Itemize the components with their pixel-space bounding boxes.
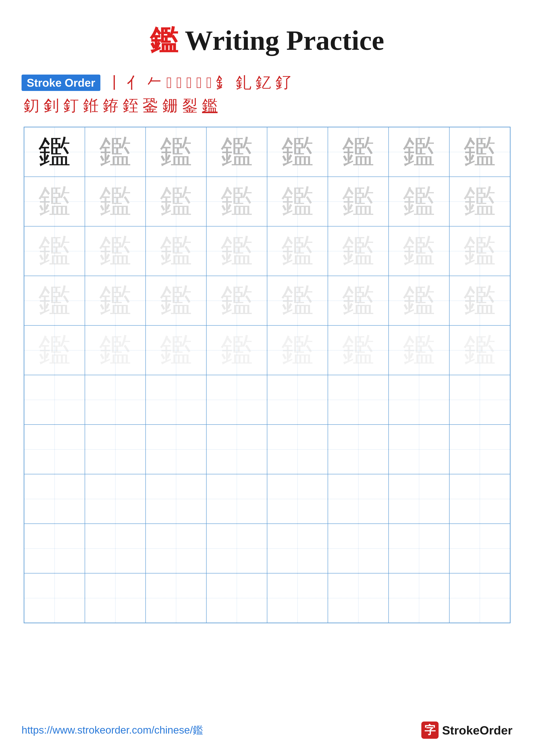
grid-cell[interactable]: 鑑 (206, 226, 267, 276)
grid-cell[interactable]: 鑑 (85, 325, 146, 375)
grid-cell[interactable]: 鑑 (24, 177, 85, 226)
grid-cell[interactable]: 鑑 (328, 226, 389, 276)
grid-cell[interactable]: 鑑 (146, 276, 206, 325)
grid-cell-empty[interactable] (146, 375, 206, 424)
grid-cell-empty[interactable] (24, 524, 85, 573)
grid-cell-empty[interactable] (389, 474, 449, 524)
grid-cell-empty[interactable] (146, 524, 206, 573)
grid-cell-empty[interactable] (146, 573, 206, 623)
grid-cell-empty[interactable] (389, 375, 449, 424)
grid-char-light: 鑑 (220, 328, 253, 372)
grid-cell-empty[interactable] (328, 474, 389, 524)
stroke-19: 銎 (142, 95, 158, 116)
grid-cell-empty[interactable] (24, 375, 85, 424)
grid-cell-empty[interactable] (24, 474, 85, 524)
grid-cell[interactable]: 鑑 (449, 226, 510, 276)
grid-cell[interactable]: 鑑 (328, 177, 389, 226)
grid-cell[interactable]: 鑑 (85, 226, 146, 276)
grid-char-light: 鑑 (464, 130, 496, 174)
grid-cell[interactable]: 鑑 (206, 325, 267, 375)
grid-cell-empty[interactable] (85, 573, 146, 623)
grid-cell-empty[interactable] (85, 375, 146, 424)
grid-cell-empty[interactable] (85, 474, 146, 524)
grid-cell[interactable]: 鑑 (389, 276, 449, 325)
grid-cell-empty[interactable] (206, 524, 267, 573)
grid-cell[interactable]: 鑑 (449, 276, 510, 325)
grid-cell-empty[interactable] (146, 474, 206, 524)
grid-cell-empty[interactable] (267, 424, 328, 474)
grid-char-light: 鑑 (281, 279, 314, 322)
grid-char-light: 鑑 (160, 180, 192, 223)
grid-cell-empty[interactable] (24, 573, 85, 623)
grid-cell-empty[interactable] (206, 375, 267, 424)
grid-cell[interactable]: 鑑 (206, 276, 267, 325)
grid-cell-empty[interactable] (389, 524, 449, 573)
grid-char-light: 鑑 (403, 180, 435, 223)
grid-cell[interactable]: 鑑 (146, 325, 206, 375)
writing-grid: 鑑 鑑 鑑 鑑 鑑 鑑 鑑 鑑 鑑 鑑 鑑 鑑 鑑 鑑 鑑 鑑 鑑 鑑 鑑 鑑 … (24, 127, 511, 623)
grid-cell[interactable]: 鑑 (449, 325, 510, 375)
grid-cell[interactable]: 鑑 (267, 276, 328, 325)
grid-cell-empty[interactable] (328, 573, 389, 623)
grid-cell-empty[interactable] (449, 474, 510, 524)
stroke-6: 𠄎 (186, 74, 192, 92)
grid-cell[interactable]: 鑑 (267, 226, 328, 276)
grid-cell-empty[interactable] (267, 573, 328, 623)
grid-cell[interactable]: 鑑 (267, 127, 328, 177)
stroke-16: 銋 (83, 95, 99, 116)
grid-cell-empty[interactable] (328, 375, 389, 424)
grid-cell-empty[interactable] (206, 424, 267, 474)
grid-cell-empty[interactable] (449, 375, 510, 424)
grid-cell-empty[interactable] (85, 524, 146, 573)
grid-cell-empty[interactable] (449, 424, 510, 474)
grid-cell[interactable]: 鑑 (85, 127, 146, 177)
grid-cell-empty[interactable] (267, 375, 328, 424)
grid-cell[interactable]: 鑑 (267, 177, 328, 226)
grid-cell[interactable]: 鑑 (146, 226, 206, 276)
grid-cell[interactable]: 鑑 (206, 127, 267, 177)
grid-cell[interactable]: 鑑 (389, 177, 449, 226)
grid-cell-empty[interactable] (267, 524, 328, 573)
grid-cell[interactable]: 鑑 (389, 226, 449, 276)
grid-cell-empty[interactable] (328, 524, 389, 573)
grid-cell[interactable]: 鑑 (206, 177, 267, 226)
grid-cell[interactable]: 鑑 (328, 325, 389, 375)
grid-cell-empty[interactable] (206, 573, 267, 623)
grid-cell[interactable]: 鑑 (24, 325, 85, 375)
grid-cell[interactable]: 鑑 (328, 276, 389, 325)
grid-cell[interactable]: 鑑 (449, 127, 510, 177)
grid-char-light: 鑑 (464, 328, 496, 372)
grid-cell-empty[interactable] (449, 573, 510, 623)
grid-cell[interactable]: 鑑 (85, 177, 146, 226)
grid-char-light: 鑑 (99, 279, 131, 322)
grid-cell-empty[interactable] (146, 424, 206, 474)
grid-cell[interactable]: 鑑 (328, 127, 389, 177)
grid-cell-empty[interactable] (389, 573, 449, 623)
grid-cell-empty[interactable] (389, 424, 449, 474)
grid-cell[interactable]: 鑑 (24, 226, 85, 276)
grid-cell[interactable]: 鑑 (449, 177, 510, 226)
stroke-7: 𠄏 (196, 74, 202, 92)
grid-cell-empty[interactable] (24, 424, 85, 474)
grid-cell-empty[interactable] (267, 474, 328, 524)
grid-cell[interactable]: 鑑 (146, 127, 206, 177)
grid-cell-empty[interactable] (85, 424, 146, 474)
stroke-13: 釖 (24, 95, 39, 116)
stroke-order-row-1: Stroke Order 丨 亻 𠂉 𠃊 𠄌 𠄎 𠄏 𠄐 釒 釓 釔 釕 (21, 72, 513, 93)
grid-cell-empty[interactable] (328, 424, 389, 474)
grid-cell[interactable]: 鑑 (267, 325, 328, 375)
grid-cell[interactable]: 鑑 (389, 127, 449, 177)
stroke-2: 亻 (127, 72, 142, 93)
grid-char-light: 鑑 (160, 130, 192, 174)
grid-cell[interactable]: 鑑 (146, 177, 206, 226)
stroke-12: 釕 (275, 72, 291, 93)
grid-cell-empty[interactable] (206, 474, 267, 524)
grid-char-light: 鑑 (38, 328, 71, 372)
grid-char-light: 鑑 (281, 229, 314, 273)
grid-cell[interactable]: 鑑 (389, 325, 449, 375)
grid-cell[interactable]: 鑑 (85, 276, 146, 325)
grid-cell[interactable]: 鑑 (24, 276, 85, 325)
grid-cell-empty[interactable] (449, 524, 510, 573)
grid-char-light: 鑑 (403, 130, 435, 174)
grid-cell[interactable]: 鑑 (24, 127, 85, 177)
